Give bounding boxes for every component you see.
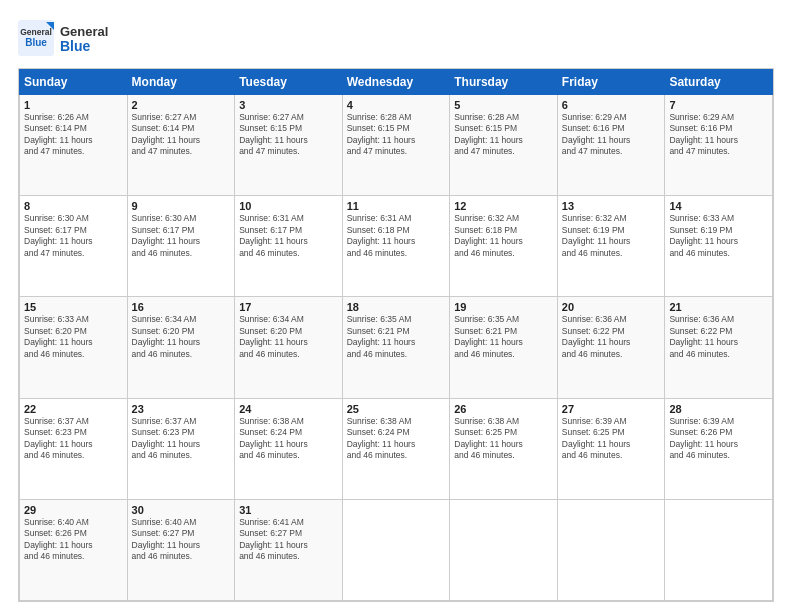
page: General Blue General Blue SundayMondayTu… bbox=[0, 0, 792, 612]
day-number: 8 bbox=[24, 200, 123, 212]
day-info: Sunrise: 6:38 AM Sunset: 6:25 PM Dayligh… bbox=[454, 416, 553, 462]
day-info: Sunrise: 6:33 AM Sunset: 6:19 PM Dayligh… bbox=[669, 213, 768, 259]
day-info: Sunrise: 6:26 AM Sunset: 6:14 PM Dayligh… bbox=[24, 112, 123, 158]
col-header-tuesday: Tuesday bbox=[235, 70, 343, 95]
day-cell: 24Sunrise: 6:38 AM Sunset: 6:24 PM Dayli… bbox=[235, 398, 343, 499]
day-number: 3 bbox=[239, 99, 338, 111]
day-number: 11 bbox=[347, 200, 446, 212]
day-info: Sunrise: 6:34 AM Sunset: 6:20 PM Dayligh… bbox=[239, 314, 338, 360]
day-info: Sunrise: 6:30 AM Sunset: 6:17 PM Dayligh… bbox=[24, 213, 123, 259]
day-number: 15 bbox=[24, 301, 123, 313]
day-info: Sunrise: 6:27 AM Sunset: 6:14 PM Dayligh… bbox=[132, 112, 231, 158]
day-cell: 8Sunrise: 6:30 AM Sunset: 6:17 PM Daylig… bbox=[20, 196, 128, 297]
week-row-1: 1Sunrise: 6:26 AM Sunset: 6:14 PM Daylig… bbox=[20, 95, 773, 196]
day-info: Sunrise: 6:33 AM Sunset: 6:20 PM Dayligh… bbox=[24, 314, 123, 360]
day-cell: 10Sunrise: 6:31 AM Sunset: 6:17 PM Dayli… bbox=[235, 196, 343, 297]
day-cell: 20Sunrise: 6:36 AM Sunset: 6:22 PM Dayli… bbox=[557, 297, 665, 398]
day-info: Sunrise: 6:38 AM Sunset: 6:24 PM Dayligh… bbox=[347, 416, 446, 462]
day-number: 23 bbox=[132, 403, 231, 415]
day-cell: 22Sunrise: 6:37 AM Sunset: 6:23 PM Dayli… bbox=[20, 398, 128, 499]
day-number: 16 bbox=[132, 301, 231, 313]
svg-text:General: General bbox=[60, 24, 108, 39]
week-row-4: 22Sunrise: 6:37 AM Sunset: 6:23 PM Dayli… bbox=[20, 398, 773, 499]
day-info: Sunrise: 6:28 AM Sunset: 6:15 PM Dayligh… bbox=[347, 112, 446, 158]
day-number: 1 bbox=[24, 99, 123, 111]
day-cell: 28Sunrise: 6:39 AM Sunset: 6:26 PM Dayli… bbox=[665, 398, 773, 499]
day-number: 19 bbox=[454, 301, 553, 313]
day-cell: 16Sunrise: 6:34 AM Sunset: 6:20 PM Dayli… bbox=[127, 297, 235, 398]
day-number: 25 bbox=[347, 403, 446, 415]
day-number: 17 bbox=[239, 301, 338, 313]
day-info: Sunrise: 6:37 AM Sunset: 6:23 PM Dayligh… bbox=[24, 416, 123, 462]
day-cell bbox=[557, 499, 665, 600]
day-number: 12 bbox=[454, 200, 553, 212]
day-number: 9 bbox=[132, 200, 231, 212]
day-number: 2 bbox=[132, 99, 231, 111]
col-header-thursday: Thursday bbox=[450, 70, 558, 95]
day-info: Sunrise: 6:41 AM Sunset: 6:27 PM Dayligh… bbox=[239, 517, 338, 563]
day-number: 29 bbox=[24, 504, 123, 516]
day-cell: 6Sunrise: 6:29 AM Sunset: 6:16 PM Daylig… bbox=[557, 95, 665, 196]
day-info: Sunrise: 6:32 AM Sunset: 6:18 PM Dayligh… bbox=[454, 213, 553, 259]
day-number: 18 bbox=[347, 301, 446, 313]
day-cell: 31Sunrise: 6:41 AM Sunset: 6:27 PM Dayli… bbox=[235, 499, 343, 600]
day-number: 30 bbox=[132, 504, 231, 516]
day-cell: 21Sunrise: 6:36 AM Sunset: 6:22 PM Dayli… bbox=[665, 297, 773, 398]
week-row-3: 15Sunrise: 6:33 AM Sunset: 6:20 PM Dayli… bbox=[20, 297, 773, 398]
logo-svg: General Blue General Blue bbox=[18, 18, 108, 58]
logo: General Blue General Blue bbox=[18, 18, 108, 58]
day-cell: 26Sunrise: 6:38 AM Sunset: 6:25 PM Dayli… bbox=[450, 398, 558, 499]
day-number: 20 bbox=[562, 301, 661, 313]
header: General Blue General Blue bbox=[18, 18, 774, 58]
day-cell bbox=[665, 499, 773, 600]
col-header-wednesday: Wednesday bbox=[342, 70, 450, 95]
day-cell: 1Sunrise: 6:26 AM Sunset: 6:14 PM Daylig… bbox=[20, 95, 128, 196]
day-info: Sunrise: 6:39 AM Sunset: 6:26 PM Dayligh… bbox=[669, 416, 768, 462]
day-number: 26 bbox=[454, 403, 553, 415]
day-cell: 9Sunrise: 6:30 AM Sunset: 6:17 PM Daylig… bbox=[127, 196, 235, 297]
week-row-2: 8Sunrise: 6:30 AM Sunset: 6:17 PM Daylig… bbox=[20, 196, 773, 297]
day-info: Sunrise: 6:40 AM Sunset: 6:27 PM Dayligh… bbox=[132, 517, 231, 563]
day-number: 31 bbox=[239, 504, 338, 516]
day-cell: 12Sunrise: 6:32 AM Sunset: 6:18 PM Dayli… bbox=[450, 196, 558, 297]
day-cell: 7Sunrise: 6:29 AM Sunset: 6:16 PM Daylig… bbox=[665, 95, 773, 196]
day-cell: 30Sunrise: 6:40 AM Sunset: 6:27 PM Dayli… bbox=[127, 499, 235, 600]
day-info: Sunrise: 6:29 AM Sunset: 6:16 PM Dayligh… bbox=[669, 112, 768, 158]
day-number: 27 bbox=[562, 403, 661, 415]
day-cell: 23Sunrise: 6:37 AM Sunset: 6:23 PM Dayli… bbox=[127, 398, 235, 499]
col-header-monday: Monday bbox=[127, 70, 235, 95]
day-cell bbox=[342, 499, 450, 600]
day-cell: 17Sunrise: 6:34 AM Sunset: 6:20 PM Dayli… bbox=[235, 297, 343, 398]
day-number: 28 bbox=[669, 403, 768, 415]
day-number: 22 bbox=[24, 403, 123, 415]
day-cell: 13Sunrise: 6:32 AM Sunset: 6:19 PM Dayli… bbox=[557, 196, 665, 297]
day-number: 7 bbox=[669, 99, 768, 111]
day-number: 14 bbox=[669, 200, 768, 212]
day-number: 6 bbox=[562, 99, 661, 111]
day-cell bbox=[450, 499, 558, 600]
svg-text:Blue: Blue bbox=[60, 38, 91, 54]
day-info: Sunrise: 6:31 AM Sunset: 6:18 PM Dayligh… bbox=[347, 213, 446, 259]
day-info: Sunrise: 6:27 AM Sunset: 6:15 PM Dayligh… bbox=[239, 112, 338, 158]
day-number: 13 bbox=[562, 200, 661, 212]
day-info: Sunrise: 6:39 AM Sunset: 6:25 PM Dayligh… bbox=[562, 416, 661, 462]
day-cell: 18Sunrise: 6:35 AM Sunset: 6:21 PM Dayli… bbox=[342, 297, 450, 398]
day-cell: 27Sunrise: 6:39 AM Sunset: 6:25 PM Dayli… bbox=[557, 398, 665, 499]
col-header-saturday: Saturday bbox=[665, 70, 773, 95]
day-info: Sunrise: 6:34 AM Sunset: 6:20 PM Dayligh… bbox=[132, 314, 231, 360]
day-cell: 29Sunrise: 6:40 AM Sunset: 6:26 PM Dayli… bbox=[20, 499, 128, 600]
day-number: 4 bbox=[347, 99, 446, 111]
day-cell: 2Sunrise: 6:27 AM Sunset: 6:14 PM Daylig… bbox=[127, 95, 235, 196]
col-header-friday: Friday bbox=[557, 70, 665, 95]
day-info: Sunrise: 6:35 AM Sunset: 6:21 PM Dayligh… bbox=[347, 314, 446, 360]
day-cell: 15Sunrise: 6:33 AM Sunset: 6:20 PM Dayli… bbox=[20, 297, 128, 398]
day-cell: 3Sunrise: 6:27 AM Sunset: 6:15 PM Daylig… bbox=[235, 95, 343, 196]
col-header-sunday: Sunday bbox=[20, 70, 128, 95]
day-info: Sunrise: 6:29 AM Sunset: 6:16 PM Dayligh… bbox=[562, 112, 661, 158]
day-number: 5 bbox=[454, 99, 553, 111]
calendar: SundayMondayTuesdayWednesdayThursdayFrid… bbox=[18, 68, 774, 602]
day-cell: 4Sunrise: 6:28 AM Sunset: 6:15 PM Daylig… bbox=[342, 95, 450, 196]
svg-text:General: General bbox=[20, 27, 52, 37]
day-info: Sunrise: 6:40 AM Sunset: 6:26 PM Dayligh… bbox=[24, 517, 123, 563]
day-info: Sunrise: 6:30 AM Sunset: 6:17 PM Dayligh… bbox=[132, 213, 231, 259]
